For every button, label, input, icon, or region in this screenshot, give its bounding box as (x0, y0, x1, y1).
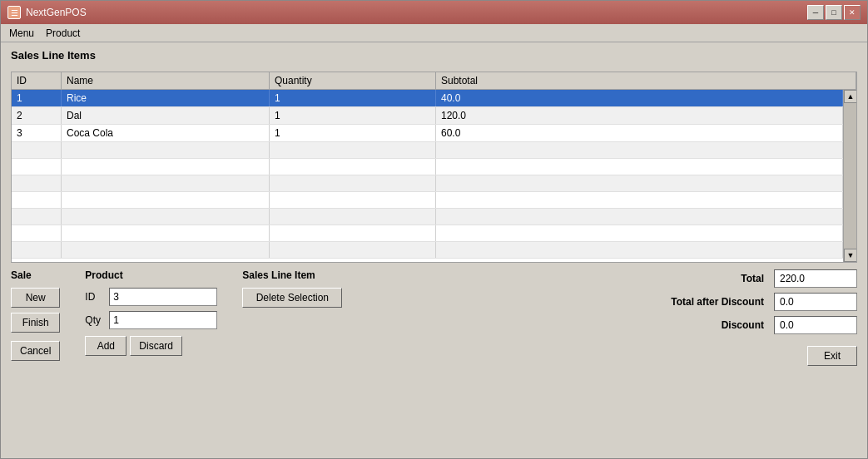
table-header: ID Name Quantity Subtotal (12, 72, 856, 90)
right-section: Total 220.0 Total after Discount 0.0 Dis… (647, 269, 857, 366)
menu-item-product[interactable]: Product (41, 26, 85, 41)
total-after-discount-label: Total after Discount (647, 296, 764, 308)
qty-label: Qty (85, 314, 106, 326)
total-after-discount-row: Total after Discount 0.0 (647, 293, 857, 311)
main-window: ☰ NextGenPOS ─ □ ✕ Menu Product Sales Li… (0, 0, 868, 459)
id-label: ID (85, 291, 106, 303)
new-button[interactable]: New (11, 288, 60, 308)
cell-id: 2 (12, 107, 62, 124)
col-header-name: Name (62, 72, 270, 89)
table-row-empty (12, 209, 843, 225)
table-row[interactable]: 2 Dal 1 120.0 (12, 107, 843, 125)
table-row-empty (12, 242, 843, 259)
col-header-id: ID (12, 72, 62, 89)
table-scrollbar[interactable]: ▲ ▼ (843, 90, 856, 262)
cancel-button[interactable]: Cancel (11, 341, 60, 361)
total-label: Total (647, 273, 764, 284)
content-area: Sales Line Items ID Name Quantity Subtot… (1, 42, 867, 458)
cell-quantity: 1 (270, 107, 436, 124)
window-controls: ─ □ ✕ (807, 5, 861, 20)
add-button[interactable]: Add (85, 336, 126, 356)
menu-bar: Menu Product (1, 24, 867, 42)
add-discard-row: Add Discard (85, 336, 217, 356)
total-row: Total 220.0 (647, 269, 857, 288)
col-header-subtotal: Subtotal (436, 72, 856, 89)
title-bar: ☰ NextGenPOS ─ □ ✕ (1, 1, 867, 24)
discard-button[interactable]: Discard (130, 336, 182, 356)
exit-area: Exit (807, 346, 857, 366)
section-title: Sales Line Items (11, 49, 857, 62)
table-row-empty (12, 192, 843, 209)
sale-label: Sale (11, 269, 60, 281)
cell-quantity: 1 (270, 90, 436, 106)
sales-line-item-section: Sales Line Item Delete Selection (242, 269, 342, 308)
col-header-quantity: Quantity (270, 72, 436, 89)
table-row[interactable]: 3 Coca Cola 1 60.0 (12, 125, 843, 142)
exit-button[interactable]: Exit (807, 346, 857, 366)
discount-value: 0.0 (774, 316, 857, 334)
left-actions: Sale New Finish Cancel Product ID Qty (11, 269, 342, 361)
product-label: Product (85, 269, 217, 281)
delete-selection-button[interactable]: Delete Selection (242, 288, 342, 308)
table-row-empty (12, 142, 843, 159)
qty-input[interactable] (109, 311, 217, 329)
discount-label: Discount (647, 319, 764, 331)
scroll-down-button[interactable]: ▼ (844, 249, 856, 262)
discount-row: Discount 0.0 (647, 316, 857, 334)
cell-name: Rice (62, 90, 270, 106)
cell-name: Dal (62, 107, 270, 124)
title-bar-left: ☰ NextGenPOS (7, 6, 87, 19)
app-icon: ☰ (7, 6, 21, 19)
table-scroll-area[interactable]: 1 Rice 1 40.0 2 Dal 1 120.0 3 (12, 90, 843, 262)
scroll-track (844, 103, 856, 249)
cell-id: 1 (12, 90, 62, 106)
sales-line-item-label: Sales Line Item (242, 269, 342, 281)
menu-item-menu[interactable]: Menu (4, 26, 39, 41)
qty-field-row: Qty (85, 311, 217, 329)
window-title: NextGenPOS (26, 7, 87, 18)
cell-subtotal: 40.0 (436, 90, 843, 106)
total-after-discount-value: 0.0 (774, 293, 857, 311)
product-section: Product ID Qty Add Discard (85, 269, 217, 356)
minimize-button[interactable]: ─ (807, 5, 824, 20)
id-input[interactable] (109, 288, 217, 306)
cell-quantity: 1 (270, 125, 436, 141)
sale-section: Sale New Finish Cancel (11, 269, 60, 361)
cell-id: 3 (12, 125, 62, 141)
restore-button[interactable]: □ (826, 5, 842, 20)
table-row[interactable]: 1 Rice 1 40.0 (12, 90, 843, 107)
sales-table: ID Name Quantity Subtotal 1 Rice 1 40.0 (11, 72, 857, 263)
table-row-empty (12, 225, 843, 242)
cell-subtotal: 60.0 (436, 125, 843, 141)
id-field-row: ID (85, 288, 217, 306)
close-button[interactable]: ✕ (844, 5, 861, 20)
cell-subtotal: 120.0 (436, 107, 843, 124)
cell-name: Coca Cola (62, 125, 270, 141)
finish-button[interactable]: Finish (11, 313, 60, 333)
bottom-actions: Sale New Finish Cancel Product ID Qty (11, 269, 857, 366)
table-row-empty (12, 159, 843, 175)
scroll-up-button[interactable]: ▲ (844, 90, 856, 103)
total-value: 220.0 (774, 269, 857, 288)
table-row-empty (12, 175, 843, 192)
